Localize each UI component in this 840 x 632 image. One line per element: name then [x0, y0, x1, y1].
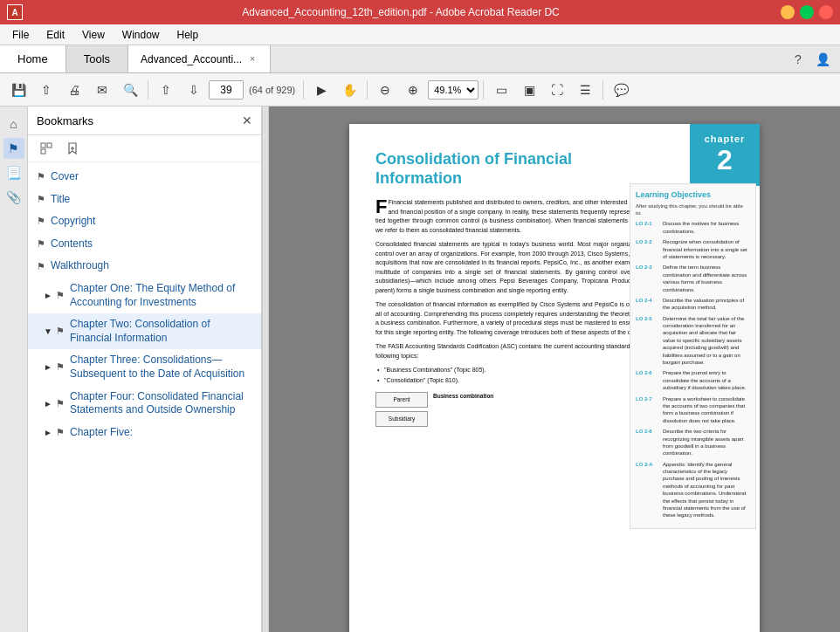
separator-3	[367, 80, 368, 100]
window-title: Advanced_Accounting_12th_edition.pdf - A…	[28, 6, 774, 18]
lo-num-5: LO 2-5	[636, 315, 660, 367]
lo-item-5: LO 2-5 Determine the total fair value of…	[636, 315, 750, 367]
bookmarks-close-button[interactable]: ✕	[242, 113, 252, 127]
new-bookmark-button[interactable]	[61, 139, 84, 158]
fit-page-button[interactable]: ▣	[516, 77, 542, 103]
pdf-page: chapter 2 Consolidation of Financial Inf…	[349, 124, 760, 632]
app-icon: A	[7, 4, 23, 20]
drop-cap: F	[375, 198, 387, 216]
comment-button[interactable]: 💬	[608, 77, 634, 103]
bookmark-chapter-five[interactable]: ► ⚑ Chapter Five:	[28, 422, 261, 444]
cursor-tool-button[interactable]: ▶	[308, 77, 334, 103]
diagram-subsidiary-box: Subsidiary	[375, 411, 428, 427]
bookmark-icon: ⚑	[56, 398, 65, 409]
lo-item-a: LO 2-A Appendix: Identify the general ch…	[636, 461, 750, 519]
print-button[interactable]: 🖨	[61, 77, 87, 103]
sidebar-home-icon[interactable]: ⌂	[3, 113, 24, 134]
expand-icon[interactable]: ►	[42, 397, 54, 409]
separator-4	[483, 80, 484, 100]
lo-text-1: Discuss the motives for business combina…	[663, 220, 750, 235]
tab-doc-label: Advanced_Accounti...	[141, 53, 242, 65]
pdf-viewer[interactable]: chapter 2 Consolidation of Financial Inf…	[269, 106, 840, 632]
bookmark-chapter-three[interactable]: ► ⚑ Chapter Three: Consolidations— Subse…	[28, 349, 261, 385]
diagram-parent-box: Parent	[375, 392, 428, 408]
next-page-button[interactable]: ⇩	[181, 77, 207, 103]
zoom-select[interactable]: 49.1% 25% 50% 75% 100% 150%	[428, 80, 479, 100]
menu-bar: File Edit View Window Help	[0, 24, 840, 45]
learning-objectives-box: Learning Objectives After studying this …	[630, 183, 756, 529]
prev-page-button[interactable]: ⇧	[153, 77, 179, 103]
tab-document[interactable]: Advanced_Accounti... ×	[128, 45, 271, 72]
menu-window[interactable]: Window	[114, 27, 169, 43]
chapter-title: Consolidation of Financial Information	[375, 150, 573, 188]
expand-icon[interactable]: ►	[42, 290, 54, 302]
svg-rect-1	[47, 143, 52, 148]
tools-button[interactable]: ☰	[572, 77, 598, 103]
expand-all-button[interactable]	[35, 139, 58, 158]
bookmark-label: Chapter Five:	[70, 426, 133, 440]
save-button[interactable]: 💾	[5, 77, 31, 103]
bookmark-chapter-two[interactable]: ▼ ⚑ Chapter Two: Consolidation of Financ…	[28, 313, 261, 349]
upload-button[interactable]: ⇧	[33, 77, 59, 103]
bookmark-contents[interactable]: ⚑ Contents	[28, 233, 261, 256]
menu-edit[interactable]: Edit	[38, 27, 73, 43]
fit-width-button[interactable]: ▭	[488, 77, 514, 103]
minimize-button[interactable]	[781, 5, 795, 19]
bookmarks-title: Bookmarks	[37, 114, 93, 127]
expand-icon[interactable]: ▼	[42, 326, 54, 338]
close-button[interactable]	[819, 5, 833, 19]
bookmark-chapter-four[interactable]: ► ⚑ Chapter Four: Consolidated Financial…	[28, 386, 261, 422]
bookmark-icon: ⚑	[37, 261, 45, 272]
bookmark-cover[interactable]: ⚑ Cover	[28, 166, 261, 189]
bookmarks-toolbar	[28, 135, 261, 162]
bookmark-icon: ⚑	[37, 194, 45, 205]
svg-rect-2	[41, 149, 45, 154]
bookmarks-list: ⚑ Cover ⚑ Title ⚑ Copyright ⚑ Contents ⚑…	[28, 162, 261, 632]
bookmark-label: Chapter Three: Consolidations— Subsequen…	[70, 354, 252, 381]
search-button[interactable]: 🔍	[117, 77, 143, 103]
lo-num-4: LO 2-4	[636, 297, 660, 312]
tab-close-button[interactable]: ×	[247, 53, 258, 65]
bookmark-copyright[interactable]: ⚑ Copyright	[28, 210, 261, 233]
tab-home[interactable]: Home	[0, 45, 66, 72]
sidebar-attachments-icon[interactable]: 📎	[3, 187, 24, 208]
tab-bar: Home Tools Advanced_Accounti... × ? 👤	[0, 45, 840, 73]
maximize-button[interactable]	[800, 5, 814, 19]
zoom-out-button[interactable]: ⊖	[372, 77, 398, 103]
sidebar-pages-icon[interactable]: 📃	[3, 162, 24, 183]
full-screen-button[interactable]: ⛶	[544, 77, 570, 103]
zoom-in-button[interactable]: ⊕	[400, 77, 426, 103]
bookmark-label: Title	[51, 193, 70, 207]
separator-5	[602, 80, 603, 100]
expand-icon[interactable]: ►	[42, 427, 54, 439]
help-icon-button[interactable]: ?	[788, 49, 809, 70]
bookmark-walkthrough[interactable]: ⚑ Walkthrough	[28, 255, 261, 278]
chapter-number: 2	[697, 146, 753, 174]
lo-text-6: Prepare the journal entry to consolidate…	[663, 369, 750, 391]
lo-num-1: LO 2-1	[636, 220, 660, 235]
separator-2	[303, 80, 304, 100]
bookmark-chapter-one[interactable]: ► ⚑ Chapter One: The Equity Method of Ac…	[28, 278, 261, 313]
bookmark-icon: ⚑	[37, 171, 45, 182]
bookmark-icon: ⚑	[56, 290, 65, 301]
menu-view[interactable]: View	[73, 27, 114, 43]
lo-text-4: Describe the valuation principles of the…	[663, 297, 750, 312]
bookmark-icon: ⚑	[56, 361, 65, 373]
lo-text-a: Appendix: Identify the general character…	[663, 461, 750, 519]
bookmark-title[interactable]: ⚑ Title	[28, 189, 261, 211]
learning-objectives-subtitle: After studying this chapter, you should …	[636, 203, 750, 217]
page-number-input[interactable]: 39	[209, 80, 244, 100]
tab-tools[interactable]: Tools	[66, 45, 128, 72]
expand-icon[interactable]: ►	[42, 361, 54, 374]
bookmark-label: Chapter Four: Consolidated Financial Sta…	[70, 390, 252, 417]
email-button[interactable]: ✉	[89, 77, 115, 103]
signin-icon-button[interactable]: 👤	[812, 49, 833, 70]
sidebar-bookmarks-icon[interactable]: ⚑	[3, 138, 24, 159]
lo-item-4: LO 2-4 Describe the valuation principles…	[636, 297, 750, 312]
panel-resize-handle[interactable]	[262, 106, 269, 632]
bookmarks-panel: Bookmarks ✕ ⚑ Cover ⚑ Title ⚑ Copyrigh	[28, 106, 262, 632]
menu-file[interactable]: File	[3, 27, 38, 43]
lo-num-a: LO 2-A	[636, 461, 660, 519]
hand-tool-button[interactable]: ✋	[336, 77, 362, 103]
menu-help[interactable]: Help	[169, 27, 208, 43]
